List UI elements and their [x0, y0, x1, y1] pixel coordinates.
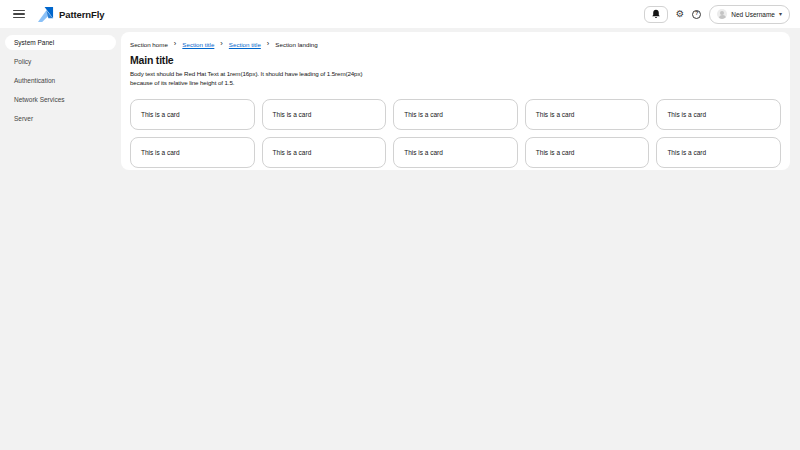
card: This is a card [393, 137, 518, 168]
masthead-actions: ⚙ ? Ned Username ▾ [644, 5, 790, 24]
card: This is a card [393, 99, 518, 130]
question-circle-icon: ? [692, 10, 701, 19]
card: This is a card [262, 99, 387, 130]
breadcrumb-chevron-icon: › [174, 40, 177, 48]
card: This is a card [262, 137, 387, 168]
body-text: Body text should be Red Hat Text at 1rem… [130, 70, 385, 88]
main-content: Section home›Section title›Section title… [121, 32, 790, 170]
sidebar-item-system-panel[interactable]: System Panel [5, 35, 116, 50]
nav-toggle-button[interactable] [10, 6, 28, 22]
masthead: PatternFly ⚙ ? Ned Username ▾ [0, 0, 800, 28]
card-title: This is a card [404, 111, 443, 118]
card: This is a card [525, 137, 650, 168]
gear-icon: ⚙ [676, 9, 685, 19]
sidebar-item-policy[interactable]: Policy [5, 54, 116, 69]
bars-icon [13, 10, 25, 12]
breadcrumb-item: Section landing [275, 41, 317, 48]
bell-icon [651, 9, 661, 19]
card-title: This is a card [667, 149, 706, 156]
card-title: This is a card [404, 149, 443, 156]
card: This is a card [130, 99, 255, 130]
card: This is a card [525, 99, 650, 130]
card-title: This is a card [141, 149, 180, 156]
card: This is a card [130, 137, 255, 168]
settings-button[interactable]: ⚙ [676, 9, 685, 19]
breadcrumb-item[interactable]: Section title [229, 41, 261, 48]
sidebar-item-authentication[interactable]: Authentication [5, 73, 116, 88]
avatar [717, 9, 727, 19]
user-menu-dropdown[interactable]: Ned Username ▾ [709, 5, 790, 24]
breadcrumb-item[interactable]: Section title [182, 41, 214, 48]
sidebar-nav: System PanelPolicyAuthenticationNetwork … [0, 28, 121, 450]
brand[interactable]: PatternFly [37, 6, 104, 23]
card-title: This is a card [273, 111, 312, 118]
patternfly-logo-icon [37, 6, 54, 23]
sidebar-item-network-services[interactable]: Network Services [5, 92, 116, 107]
brand-name: PatternFly [59, 9, 104, 20]
user-name: Ned Username [731, 11, 775, 18]
card: This is a card [656, 137, 781, 168]
card-title: This is a card [536, 149, 575, 156]
help-button[interactable]: ? [692, 10, 701, 19]
card-title: This is a card [273, 149, 312, 156]
breadcrumb: Section home›Section title›Section title… [130, 41, 781, 48]
breadcrumb-chevron-icon: › [220, 40, 223, 48]
breadcrumb-chevron-icon: › [267, 40, 270, 48]
breadcrumb-item: Section home [130, 41, 168, 48]
card: This is a card [656, 99, 781, 130]
sidebar-item-server[interactable]: Server [5, 111, 116, 126]
card-title: This is a card [536, 111, 575, 118]
page-title: Main title [130, 54, 781, 66]
notifications-button[interactable] [644, 6, 668, 23]
card-title: This is a card [141, 111, 180, 118]
card-grid: This is a cardThis is a cardThis is a ca… [130, 99, 781, 168]
caret-down-icon: ▾ [779, 11, 782, 17]
card-title: This is a card [667, 111, 706, 118]
